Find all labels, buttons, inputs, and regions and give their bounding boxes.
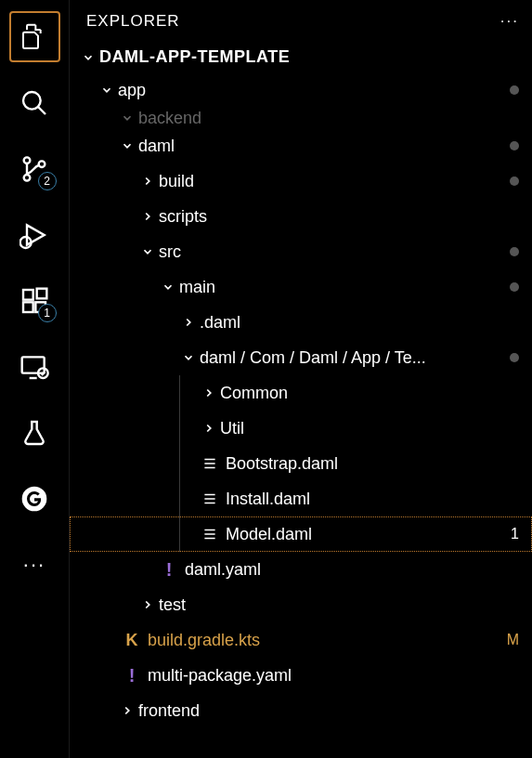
- sidebar-header: EXPLORER ···: [70, 0, 532, 42]
- svg-rect-5: [23, 290, 33, 300]
- folder-scripts[interactable]: scripts: [70, 199, 532, 234]
- svg-point-3: [39, 161, 45, 167]
- yaml-file-icon: !: [159, 559, 179, 581]
- scm-badge: 2: [38, 172, 57, 190]
- scm-icon[interactable]: 2: [9, 143, 60, 194]
- file-bootstrap[interactable]: Bootstrap.daml: [70, 446, 532, 481]
- chevron-down-icon: [138, 245, 157, 258]
- sidebar-title: EXPLORER: [86, 12, 180, 31]
- chevron-down-icon: [97, 84, 116, 97]
- daml-file-icon: [200, 526, 220, 542]
- sidebar-more-icon[interactable]: ···: [500, 12, 519, 31]
- dirty-indicator: [510, 176, 519, 186]
- chevron-right-icon: [118, 704, 136, 717]
- folder-main[interactable]: main: [70, 269, 532, 305]
- debug-icon[interactable]: [9, 209, 60, 260]
- file-multi-package[interactable]: ! multi-package.yaml: [70, 658, 532, 693]
- dirty-indicator: [510, 247, 519, 256]
- chevron-down-icon: [79, 51, 97, 64]
- chevron-right-icon: [138, 210, 157, 223]
- explorer-icon[interactable]: [9, 11, 60, 62]
- folder-dot-daml[interactable]: .daml: [70, 305, 532, 340]
- explorer-sidebar: EXPLORER ··· DAML-APP-TEMPLATE app backe…: [70, 0, 532, 758]
- dirty-indicator: [510, 141, 519, 150]
- folder-util[interactable]: Util: [70, 411, 532, 446]
- chevron-right-icon: [200, 422, 218, 435]
- dirty-indicator: [510, 353, 519, 362]
- yaml-file-icon: !: [122, 665, 142, 686]
- svg-rect-6: [23, 302, 33, 312]
- chevron-down-icon: [159, 281, 177, 294]
- svg-point-0: [23, 92, 41, 110]
- file-build-gradle[interactable]: K build.gradle.kts M: [70, 622, 532, 658]
- remote-icon[interactable]: [9, 341, 60, 392]
- svg-point-1: [24, 157, 31, 163]
- folder-app[interactable]: app: [70, 72, 532, 108]
- folder-test[interactable]: test: [70, 587, 532, 622]
- folder-src[interactable]: src: [70, 234, 532, 269]
- svg-point-2: [24, 175, 31, 181]
- folder-backend[interactable]: backend: [70, 108, 532, 128]
- folder-common[interactable]: Common: [70, 375, 532, 411]
- folder-daml[interactable]: daml: [70, 128, 532, 163]
- problem-count: 1: [511, 526, 519, 542]
- chevron-down-icon: [118, 111, 136, 124]
- chevron-right-icon: [179, 316, 198, 329]
- extensions-icon[interactable]: 1: [9, 275, 60, 326]
- chevron-right-icon: [138, 598, 157, 611]
- flask-icon[interactable]: [9, 407, 60, 458]
- activity-bar: 2 1 ···: [0, 0, 70, 758]
- folder-path[interactable]: daml / Com / Daml / App / Te...: [70, 340, 532, 375]
- svg-rect-8: [37, 288, 47, 298]
- tree-root[interactable]: DAML-APP-TEMPLATE: [70, 42, 532, 72]
- modified-badge: M: [507, 632, 519, 648]
- g-icon[interactable]: [9, 473, 60, 524]
- daml-file-icon: [200, 455, 220, 472]
- extensions-badge: 1: [38, 304, 57, 322]
- folder-frontend[interactable]: frontend: [70, 693, 532, 728]
- svg-rect-9: [22, 357, 45, 372]
- daml-file-icon: [200, 490, 220, 507]
- chevron-right-icon: [138, 175, 157, 188]
- chevron-down-icon: [179, 351, 198, 364]
- gradle-file-icon: K: [122, 631, 142, 650]
- file-install[interactable]: Install.daml: [70, 481, 532, 516]
- file-tree: DAML-APP-TEMPLATE app backend daml build…: [70, 42, 532, 758]
- chevron-down-icon: [118, 139, 136, 152]
- chevron-right-icon: [200, 386, 218, 399]
- more-icon[interactable]: ···: [9, 539, 60, 590]
- folder-build[interactable]: build: [70, 163, 532, 199]
- file-daml-yaml[interactable]: ! daml.yaml: [70, 552, 532, 587]
- dirty-indicator: [510, 282, 519, 292]
- dirty-indicator: [510, 85, 519, 95]
- search-icon[interactable]: [9, 77, 60, 128]
- file-model[interactable]: Model.daml 1: [70, 516, 532, 552]
